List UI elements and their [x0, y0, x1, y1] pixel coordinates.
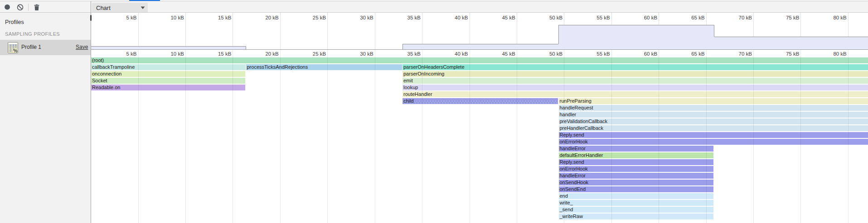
svg-text:%: % [14, 48, 18, 53]
